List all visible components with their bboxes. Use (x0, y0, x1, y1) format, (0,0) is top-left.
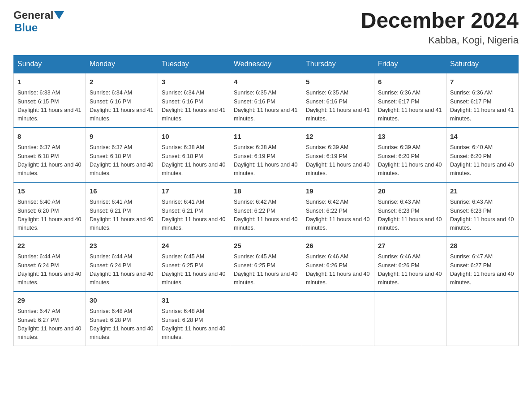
logo-blue-text: Blue (14, 21, 38, 34)
calendar-day-cell: 2Sunrise: 6:34 AMSunset: 6:16 PMDaylight… (86, 73, 158, 128)
calendar-day-cell: 22Sunrise: 6:44 AMSunset: 6:24 PMDayligh… (14, 237, 86, 291)
calendar-day-cell: 19Sunrise: 6:42 AMSunset: 6:22 PMDayligh… (302, 182, 374, 237)
day-number: 17 (162, 186, 226, 197)
day-number: 2 (90, 77, 154, 87)
calendar-title: December 2024 (361, 9, 519, 33)
column-header-saturday: Saturday (446, 55, 519, 73)
calendar-day-cell: 13Sunrise: 6:39 AMSunset: 6:20 PMDayligh… (374, 128, 446, 182)
day-number: 16 (90, 186, 154, 197)
calendar-day-cell: 15Sunrise: 6:40 AMSunset: 6:20 PMDayligh… (14, 182, 86, 237)
day-info: Sunrise: 6:41 AMSunset: 6:21 PMDaylight:… (90, 198, 154, 233)
day-info: Sunrise: 6:37 AMSunset: 6:18 PMDaylight:… (17, 143, 82, 178)
calendar-day-cell: 8Sunrise: 6:37 AMSunset: 6:18 PMDaylight… (14, 128, 86, 182)
day-info: Sunrise: 6:35 AMSunset: 6:16 PMDaylight:… (306, 89, 370, 124)
calendar-day-cell: 1Sunrise: 6:33 AMSunset: 6:15 PMDaylight… (14, 73, 86, 128)
calendar-day-cell: 12Sunrise: 6:39 AMSunset: 6:19 PMDayligh… (302, 128, 374, 182)
logo-triangle-icon (54, 11, 64, 20)
day-info: Sunrise: 6:37 AMSunset: 6:18 PMDaylight:… (90, 143, 154, 178)
day-info: Sunrise: 6:45 AMSunset: 6:25 PMDaylight:… (234, 253, 298, 287)
day-number: 28 (450, 241, 515, 251)
calendar-day-cell: 24Sunrise: 6:45 AMSunset: 6:25 PMDayligh… (158, 237, 230, 291)
day-number: 8 (17, 132, 82, 142)
logo: General Blue (13, 9, 64, 34)
day-info: Sunrise: 6:34 AMSunset: 6:16 PMDaylight:… (90, 89, 154, 124)
calendar-day-cell: 31Sunrise: 6:48 AMSunset: 6:28 PMDayligh… (158, 291, 230, 346)
day-number: 9 (90, 132, 154, 142)
day-number: 6 (378, 77, 442, 87)
day-info: Sunrise: 6:35 AMSunset: 6:16 PMDaylight:… (234, 89, 298, 124)
day-number: 29 (17, 295, 82, 306)
calendar-day-cell: 29Sunrise: 6:47 AMSunset: 6:27 PMDayligh… (14, 291, 86, 346)
day-info: Sunrise: 6:40 AMSunset: 6:20 PMDaylight:… (450, 143, 515, 178)
day-info: Sunrise: 6:41 AMSunset: 6:21 PMDaylight:… (162, 198, 226, 233)
day-number: 30 (90, 295, 154, 306)
calendar-day-cell: 23Sunrise: 6:44 AMSunset: 6:24 PMDayligh… (86, 237, 158, 291)
day-number: 25 (234, 241, 298, 251)
day-info: Sunrise: 6:33 AMSunset: 6:15 PMDaylight:… (17, 89, 82, 124)
day-number: 26 (306, 241, 370, 251)
day-info: Sunrise: 6:39 AMSunset: 6:19 PMDaylight:… (306, 143, 370, 178)
day-info: Sunrise: 6:39 AMSunset: 6:20 PMDaylight:… (378, 143, 442, 178)
day-number: 31 (162, 295, 226, 306)
day-info: Sunrise: 6:46 AMSunset: 6:26 PMDaylight:… (306, 253, 370, 287)
calendar-day-cell: 30Sunrise: 6:48 AMSunset: 6:28 PMDayligh… (86, 291, 158, 346)
calendar-table: SundayMondayTuesdayWednesdayThursdayFrid… (13, 55, 519, 346)
day-info: Sunrise: 6:47 AMSunset: 6:27 PMDaylight:… (17, 307, 82, 342)
day-info: Sunrise: 6:42 AMSunset: 6:22 PMDaylight:… (234, 198, 298, 233)
day-info: Sunrise: 6:43 AMSunset: 6:23 PMDaylight:… (450, 198, 515, 233)
day-number: 23 (90, 241, 154, 251)
calendar-day-cell: 10Sunrise: 6:38 AMSunset: 6:18 PMDayligh… (158, 128, 230, 182)
day-number: 3 (162, 77, 226, 87)
day-number: 18 (234, 186, 298, 197)
calendar-day-cell: 6Sunrise: 6:36 AMSunset: 6:17 PMDaylight… (374, 73, 446, 128)
calendar-day-cell: 16Sunrise: 6:41 AMSunset: 6:21 PMDayligh… (86, 182, 158, 237)
calendar-day-cell (446, 291, 519, 346)
calendar-day-cell: 14Sunrise: 6:40 AMSunset: 6:20 PMDayligh… (446, 128, 519, 182)
calendar-day-cell: 20Sunrise: 6:43 AMSunset: 6:23 PMDayligh… (374, 182, 446, 237)
day-number: 15 (17, 186, 82, 197)
day-info: Sunrise: 6:44 AMSunset: 6:24 PMDaylight:… (17, 253, 82, 287)
day-info: Sunrise: 6:36 AMSunset: 6:17 PMDaylight:… (450, 89, 515, 124)
calendar-day-cell: 21Sunrise: 6:43 AMSunset: 6:23 PMDayligh… (446, 182, 519, 237)
title-block: December 2024 Kabba, Kogi, Nigeria (361, 9, 519, 46)
day-number: 10 (162, 132, 226, 142)
day-info: Sunrise: 6:40 AMSunset: 6:20 PMDaylight:… (17, 198, 82, 233)
day-info: Sunrise: 6:43 AMSunset: 6:23 PMDaylight:… (378, 198, 442, 233)
calendar-day-cell: 9Sunrise: 6:37 AMSunset: 6:18 PMDaylight… (86, 128, 158, 182)
calendar-week-row: 8Sunrise: 6:37 AMSunset: 6:18 PMDaylight… (14, 128, 519, 182)
calendar-day-cell: 17Sunrise: 6:41 AMSunset: 6:21 PMDayligh… (158, 182, 230, 237)
day-info: Sunrise: 6:47 AMSunset: 6:27 PMDaylight:… (450, 253, 515, 287)
calendar-header-row: SundayMondayTuesdayWednesdayThursdayFrid… (14, 55, 519, 73)
day-info: Sunrise: 6:34 AMSunset: 6:16 PMDaylight:… (162, 89, 226, 124)
column-header-friday: Friday (374, 55, 446, 73)
day-info: Sunrise: 6:38 AMSunset: 6:18 PMDaylight:… (162, 143, 226, 178)
day-info: Sunrise: 6:45 AMSunset: 6:25 PMDaylight:… (162, 253, 226, 287)
calendar-week-row: 29Sunrise: 6:47 AMSunset: 6:27 PMDayligh… (14, 291, 519, 346)
column-header-tuesday: Tuesday (158, 55, 230, 73)
day-number: 4 (234, 77, 298, 87)
calendar-day-cell: 26Sunrise: 6:46 AMSunset: 6:26 PMDayligh… (302, 237, 374, 291)
day-info: Sunrise: 6:36 AMSunset: 6:17 PMDaylight:… (378, 89, 442, 124)
page-header: General Blue December 2024 Kabba, Kogi, … (13, 9, 519, 46)
logo-general-text: General (13, 9, 53, 21)
day-number: 22 (17, 241, 82, 251)
day-number: 27 (378, 241, 442, 251)
day-number: 24 (162, 241, 226, 251)
day-number: 13 (378, 132, 442, 142)
calendar-week-row: 1Sunrise: 6:33 AMSunset: 6:15 PMDaylight… (14, 73, 519, 128)
calendar-day-cell: 25Sunrise: 6:45 AMSunset: 6:25 PMDayligh… (230, 237, 302, 291)
day-number: 5 (306, 77, 370, 87)
calendar-day-cell: 27Sunrise: 6:46 AMSunset: 6:26 PMDayligh… (374, 237, 446, 291)
calendar-day-cell: 4Sunrise: 6:35 AMSunset: 6:16 PMDaylight… (230, 73, 302, 128)
column-header-monday: Monday (86, 55, 158, 73)
calendar-day-cell (302, 291, 374, 346)
svg-marker-0 (54, 11, 64, 19)
column-header-thursday: Thursday (302, 55, 374, 73)
day-info: Sunrise: 6:42 AMSunset: 6:22 PMDaylight:… (306, 198, 370, 233)
column-header-wednesday: Wednesday (230, 55, 302, 73)
calendar-day-cell: 7Sunrise: 6:36 AMSunset: 6:17 PMDaylight… (446, 73, 519, 128)
day-number: 11 (234, 132, 298, 142)
calendar-day-cell (374, 291, 446, 346)
day-info: Sunrise: 6:48 AMSunset: 6:28 PMDaylight:… (90, 307, 154, 342)
day-number: 7 (450, 77, 515, 87)
